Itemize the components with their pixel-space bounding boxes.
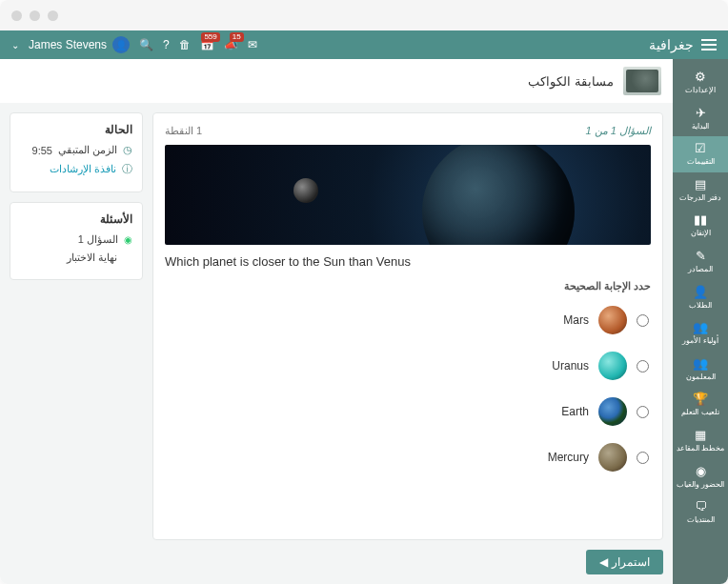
option-1[interactable]: Uranus (165, 348, 651, 384)
calendar-icon[interactable]: 📅559 (200, 38, 214, 51)
question-card: السؤال 1 من 1 1 النقطة Which planet is c… (152, 112, 663, 540)
window-dots (11, 10, 58, 21)
option-radio[interactable] (637, 452, 649, 464)
search-icon[interactable]: 🔍 (139, 38, 153, 51)
sidebar-item-11[interactable]: ◉الحضور والغياب (673, 459, 728, 495)
planet-small (293, 178, 318, 203)
sidebar-item-6[interactable]: 👤الطلاب (673, 280, 728, 316)
time-value: 9:55 (32, 145, 52, 156)
bell-icon[interactable]: 📣15 (224, 38, 238, 51)
help-icon[interactable]: ? (163, 38, 170, 51)
sidebar-label: المعلمون (686, 373, 716, 382)
body: السؤال 1 من 1 1 النقطة Which planet is c… (0, 103, 673, 584)
sidebar-label: الطلاب (689, 301, 712, 311)
question-nav-end[interactable]: نهاية الاختبار (20, 252, 132, 264)
sidebar-icon: 👥 (693, 357, 708, 370)
status-title: الحالة (20, 123, 132, 136)
sidebar-icon: ☑ (695, 142, 706, 154)
topbar-icons: ⌄ 👤 James Stevens 🔍 ? 🗑 📅559 📣15 ✉ (11, 36, 257, 53)
sidebar-icon: 👤 (693, 286, 708, 298)
sidebar-item-0[interactable]: ⚙الإعدادات (673, 65, 728, 101)
planet-icon-earth (598, 397, 627, 426)
option-radio[interactable] (637, 406, 649, 418)
option-label: Uranus (552, 359, 589, 373)
planet-icon-mars (598, 306, 627, 334)
planet-large (422, 145, 575, 245)
instructions-link: نافذة الإرشادات (50, 163, 116, 175)
main: مسابقة الكواكب السؤال 1 من 1 1 النقطة Wh… (0, 59, 673, 584)
sidebar-icon: 🗨 (695, 500, 707, 513)
sidebar-item-12[interactable]: 🗨المنتديات (673, 494, 728, 531)
sidebar-item-7[interactable]: 👥أولياء الأمور (673, 315, 728, 352)
status-card: الحالة ◷ الزمن المتبقي 9:55 ⓘ نافذة الإر… (10, 112, 143, 192)
dot (30, 10, 40, 21)
sidebar: ⚙الإعدادات✈البداية☑التقييمات▤دفتر الدرجا… (673, 59, 728, 584)
continue-button[interactable]: استمرار ◀ (586, 550, 663, 574)
questions-card: الأسئلة ◉ السؤال 1 نهاية الاختبار (10, 202, 143, 280)
dot (11, 10, 22, 21)
question-area: السؤال 1 من 1 1 النقطة Which planet is c… (152, 112, 663, 574)
bell-badge: 15 (230, 32, 244, 42)
titlebar (0, 0, 728, 30)
user-name: James Stevens (29, 38, 107, 51)
option-label: Mercury (548, 451, 589, 464)
sidebar-item-1[interactable]: ✈البداية (673, 101, 728, 137)
time-label: الزمن المتبقي (58, 144, 117, 156)
sidebar-item-10[interactable]: ▦مخطط المقاعد (673, 423, 728, 459)
right-rail: الحالة ◷ الزمن المتبقي 9:55 ⓘ نافذة الإر… (10, 112, 143, 574)
sidebar-icon: ▦ (695, 429, 706, 441)
window: جغرافية ⌄ 👤 James Stevens 🔍 ? 🗑 📅559 📣15… (0, 0, 728, 584)
arrow-left-icon: ◀ (599, 555, 608, 569)
inbox-icon[interactable]: ✉ (248, 38, 257, 51)
option-radio[interactable] (637, 314, 649, 327)
sidebar-icon: ◉ (696, 465, 706, 477)
sidebar-item-8[interactable]: 👥المعلمون (673, 352, 728, 388)
footer: استمرار ◀ (152, 550, 663, 574)
sidebar-item-5[interactable]: ✎المصادر (673, 244, 728, 280)
instructions-row[interactable]: ⓘ نافذة الإرشادات (20, 162, 132, 176)
planet-icon-uranus (598, 352, 627, 380)
calendar-badge: 559 (201, 32, 219, 42)
course-thumb (623, 67, 661, 95)
sidebar-label: البداية (692, 122, 709, 131)
option-2[interactable]: Earth (165, 393, 651, 430)
page-header: مسابقة الكواكب (0, 59, 673, 103)
continue-label: استمرار (612, 555, 650, 569)
options: MarsUranusEarthMercury (165, 302, 651, 475)
sidebar-icon: ▤ (695, 178, 706, 191)
question-nav-1[interactable]: ◉ السؤال 1 (20, 233, 132, 246)
sidebar-item-4[interactable]: ▮▮الإتقان (673, 208, 728, 244)
q1-label: السؤال 1 (78, 233, 118, 246)
option-3[interactable]: Mercury (165, 439, 651, 475)
planet-icon-mercury (598, 443, 627, 472)
clock-icon: ◷ (123, 144, 132, 156)
question-instruction: حدد الإجابة الصحيحة (165, 280, 651, 292)
sidebar-icon: 👥 (693, 321, 708, 333)
sidebar-icon: ⚙ (695, 70, 706, 83)
sidebar-item-9[interactable]: 🏆تلعيب التعلم (673, 387, 728, 423)
sidebar-label: الإتقان (691, 229, 711, 238)
sidebar-item-2[interactable]: ☑التقييمات (673, 136, 728, 172)
trash-icon[interactable]: 🗑 (179, 38, 191, 51)
question-points: 1 النقطة (165, 125, 202, 137)
sidebar-item-3[interactable]: ▤دفتر الدرجات (673, 172, 728, 209)
menu-icon[interactable] (701, 39, 717, 50)
question-counter: السؤال 1 من 1 (586, 125, 651, 137)
sidebar-label: التقييمات (687, 157, 715, 167)
sidebar-label: تلعيب التعلم (681, 408, 718, 417)
info-icon: ⓘ (122, 162, 132, 176)
dot (48, 10, 58, 21)
avatar-icon: 👤 (112, 36, 130, 53)
course-name: جغرافية (649, 37, 694, 52)
sidebar-label: أولياء الأمور (682, 336, 718, 346)
user-menu[interactable]: 👤 James Stevens (29, 36, 130, 53)
end-label: نهاية الاختبار (67, 252, 117, 264)
option-0[interactable]: Mars (165, 302, 651, 338)
option-radio[interactable] (637, 360, 649, 373)
question-image (165, 145, 651, 245)
topbar: جغرافية ⌄ 👤 James Stevens 🔍 ? 🗑 📅559 📣15… (0, 30, 728, 59)
sidebar-label: الإعدادات (685, 86, 716, 95)
sidebar-label: مخطط المقاعد (677, 444, 724, 453)
chevron-down-icon[interactable]: ⌄ (11, 40, 19, 50)
sidebar-icon: ▮▮ (694, 213, 707, 226)
